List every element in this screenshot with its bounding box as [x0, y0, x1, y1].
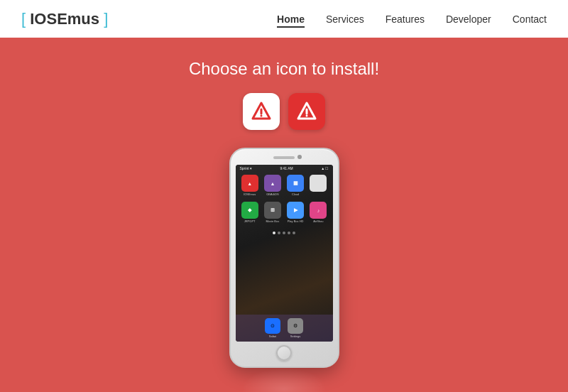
- svg-point-5: [306, 115, 308, 117]
- screen-background: Sprint ▾ 9:41 AM ▲ ☐ ▲ IOSEmus ▲ GBA4iOS: [236, 165, 333, 342]
- logo-text: IOSEmus: [30, 10, 99, 28]
- main-content: Choose an icon to install!: [0, 38, 568, 368]
- grid-icon-7: ▶: [287, 202, 304, 219]
- grid-icon-4: [310, 175, 327, 192]
- icon-option-1[interactable]: [243, 93, 280, 130]
- phone-mockup: Sprint ▾ 9:41 AM ▲ ☐ ▲ IOSEmus ▲ GBA4iOS: [229, 148, 339, 368]
- page-dot-5: [293, 232, 295, 234]
- app-icon-cell-1: ▲ IOSEmus: [240, 175, 260, 196]
- dock-label-settings: Settings: [290, 334, 300, 338]
- nav-item-services[interactable]: Services: [326, 13, 364, 26]
- phone-camera: [297, 155, 302, 159]
- grid-icon-1: ▲: [241, 175, 258, 192]
- nav-links: Home Services Features Developer Contact: [277, 13, 547, 26]
- icon-choices: [243, 93, 325, 130]
- grid-label-3: Cloud: [292, 192, 299, 196]
- app-icon-cell-3: ▦ Cloud: [285, 175, 305, 196]
- status-bar: Sprint ▾ 9:41 AM ▲ ☐: [236, 165, 333, 172]
- grid-icon-3: ▦: [287, 175, 304, 192]
- nav-item-contact[interactable]: Contact: [513, 13, 547, 26]
- nav-item-home[interactable]: Home: [277, 13, 305, 26]
- phone-screen: Sprint ▾ 9:41 AM ▲ ☐ ▲ IOSEmus ▲ GBA4iOS: [236, 165, 333, 342]
- svg-point-2: [261, 115, 263, 117]
- phone-reflection: [241, 368, 327, 392]
- grid-label-6: Movie Box: [266, 219, 280, 223]
- logo-bracket-open: [: [21, 10, 30, 28]
- app-icon-cell-2: ▲ GBA4iOS: [263, 175, 283, 196]
- status-carrier: Sprint ▾: [240, 166, 252, 170]
- app-icon-cell-7: ▶ Play Box HD: [285, 202, 305, 223]
- logo: [ IOSEmus ]: [21, 10, 108, 28]
- grid-icon-5: ◆: [241, 202, 258, 219]
- headline: Choose an icon to install!: [189, 59, 379, 79]
- status-icons: ▲ ☐: [321, 166, 328, 170]
- phone-dock: ⊙ Safari ⚙ Settings: [236, 315, 333, 342]
- grid-label-7: Play Box HD: [288, 219, 304, 223]
- grid-icon-6: ⊞: [264, 202, 281, 219]
- grid-label-5: JRPGPT: [244, 219, 256, 223]
- phone-home-button[interactable]: [276, 345, 292, 361]
- icon-option-2[interactable]: [288, 93, 325, 130]
- phone-body: Sprint ▾ 9:41 AM ▲ ☐ ▲ IOSEmus ▲ GBA4iOS: [229, 148, 339, 368]
- nav-item-features[interactable]: Features: [386, 13, 425, 26]
- app-icon-cell-5: ◆ JRPGPT: [240, 202, 260, 223]
- page-dot-1: [273, 232, 275, 234]
- grid-label-2: GBA4iOS: [266, 192, 278, 196]
- status-time: 9:41 AM: [280, 166, 293, 170]
- dock-icon-settings-cell: ⚙ Settings: [288, 318, 303, 338]
- dock-icon-safari-cell: ⊙ Safari: [265, 318, 280, 338]
- grid-icon-8: ♪: [310, 202, 327, 219]
- grid-label-1: IOSEmus: [244, 192, 256, 196]
- grid-label-8: AirShou: [313, 219, 323, 223]
- nav-item-developer[interactable]: Developer: [446, 13, 491, 26]
- dock-icon-settings: ⚙: [288, 318, 303, 334]
- logo-bracket-close: ]: [99, 10, 108, 28]
- page-dot-4: [288, 232, 290, 234]
- grid-icon-2: ▲: [264, 175, 281, 192]
- phone-speaker: [273, 156, 295, 159]
- page-dot-2: [278, 232, 280, 234]
- navbar: [ IOSEmus ] Home Services Features Devel…: [0, 0, 568, 38]
- dock-label-safari: Safari: [269, 334, 276, 338]
- page-dot-3: [283, 232, 285, 234]
- app-icon-cell-8: ♪ AirShou: [308, 202, 328, 223]
- app-grid-row2: ◆ JRPGPT ⊞ Movie Box ▶ Play Box HD ♪: [236, 199, 333, 226]
- app-icon-cell-4: [308, 175, 328, 196]
- page-dots: [236, 232, 333, 234]
- app-icon-cell-6: ⊞ Movie Box: [263, 202, 283, 223]
- dock-icon-safari: ⊙: [265, 318, 280, 334]
- app-grid-row1: ▲ IOSEmus ▲ GBA4iOS ▦ Cloud: [236, 172, 333, 199]
